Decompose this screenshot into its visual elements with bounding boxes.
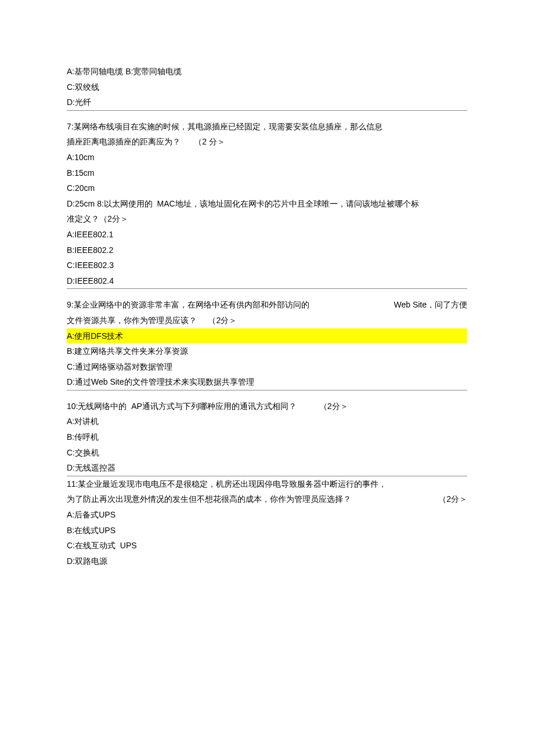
q11-text1: 11:某企业最近发现市电电压不是很稳定，机房还出现因停电导致服务器中断运行的事件… <box>67 476 467 492</box>
q7-text2: 插座距离电源插座的距离应为？ （2 分＞ <box>67 134 467 150</box>
q8-opt-b: B:IEEE802.2 <box>67 243 467 258</box>
q9-opt-c: C:通过网络驱动器对数据管理 <box>67 359 467 375</box>
q9-opt-b: B:建立网络共享文件夹来分享资源 <box>67 343 467 359</box>
q11-opt-d: D:双路电源 <box>67 554 467 569</box>
q8-opt-d: D:IEEE802.4 <box>67 273 467 290</box>
q8-opt-a: A:IEEE802.1 <box>67 227 467 243</box>
q11-text2: 为了防止再次出现意外情况的发生但不想花很高的成本，你作为管理员应选择？ （2分＞ <box>67 491 467 507</box>
q11-opt-c: C:在线互动式 UPS <box>67 538 467 554</box>
q6-opt-ab: A:基带同轴电缆 B:宽带同轴电缆 <box>67 64 467 79</box>
q8-text2: 准定义？（2分＞ <box>67 211 467 227</box>
q9-text1-right: Web Site，问了方便 <box>376 297 467 313</box>
q11-text2-right: （2分＞ <box>421 491 467 507</box>
q6-opt-c: C:双绞线 <box>67 79 467 95</box>
q9-text2: 文件资源共享，你作为管理员应该？ （2分＞ <box>67 313 467 328</box>
q9-opt-a-highlighted: A:使用DFS技术 <box>67 328 467 344</box>
q7-opt-c: C:20cm <box>67 180 467 196</box>
q9-opt-d: D:通过Web Site的文件管理技术来实现数据共享管理 <box>67 374 467 390</box>
q6-opt-d: D:光纤 <box>67 95 467 111</box>
q10-text1: 10:无线网络中的 AP通讯方式与下列哪种应用的通讯方式相同？ （2分＞ <box>67 399 467 414</box>
q11-text2-left: 为了防止再次出现意外情况的发生但不想花很高的成本，你作为管理员应选择？ <box>67 491 351 507</box>
q7-opt-a: A:10cm <box>67 150 467 165</box>
q10-opt-d: D:无线遥控器 <box>67 460 467 476</box>
q7-opt-b: B:15cm <box>67 165 467 181</box>
q9-text1-left: 9:某企业网络中的资源非常丰富，在网络中还有供内部和外部访问的 <box>67 297 309 313</box>
q10-opt-c: C:交换机 <box>67 445 467 461</box>
q11-opt-b: B:在线式UPS <box>67 523 467 538</box>
q7-text1: 7:某网络布线项目在实施的时候，其电源插座已经固定，现需要安装信息插座，那么信息 <box>67 119 467 135</box>
q9-text1: 9:某企业网络中的资源非常丰富，在网络中还有供内部和外部访问的 Web Site… <box>67 297 467 313</box>
q7-opt-d-q8-text1: D:25cm 8:以太网使用的 MAC地址，该地址固化在网卡的芯片中且全球唯一，… <box>67 196 467 212</box>
q11-opt-a: A:后备式UPS <box>67 507 467 523</box>
document-page: A:基带同轴电缆 B:宽带同轴电缆 C:双绞线 D:光纤 7:某网络布线项目在实… <box>0 0 534 743</box>
q10-opt-b: B:传呼机 <box>67 429 467 445</box>
q8-opt-c: C:IEEE802.3 <box>67 258 467 273</box>
q10-opt-a: A:对讲机 <box>67 414 467 429</box>
